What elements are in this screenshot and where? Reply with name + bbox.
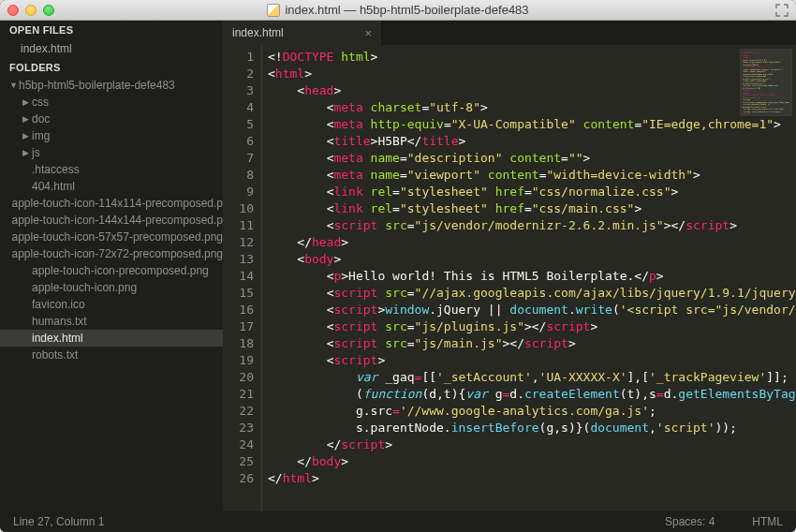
line-number[interactable]: 11: [223, 217, 254, 234]
code-line[interactable]: <link rel="stylesheet" href="css/main.cs…: [268, 200, 796, 217]
line-gutter[interactable]: 1234567891011121314151617181920212223242…: [223, 45, 262, 511]
tree-item-label: css: [32, 96, 49, 109]
line-number[interactable]: 17: [223, 318, 254, 335]
code-line[interactable]: </head>: [268, 234, 796, 251]
minimap[interactable]: <!DOCTYPE html><html> <head> <meta chars…: [740, 49, 792, 116]
tree-item-label: 404.html: [32, 180, 75, 193]
line-number[interactable]: 18: [223, 335, 254, 352]
line-number[interactable]: 22: [223, 403, 254, 420]
spacer: [22, 283, 32, 292]
editor[interactable]: 1234567891011121314151617181920212223242…: [223, 45, 796, 511]
code-line[interactable]: <title>H5BP</title>: [268, 133, 796, 150]
line-number[interactable]: 20: [223, 369, 254, 386]
code-line[interactable]: <body>: [268, 251, 796, 268]
open-files-header[interactable]: OPEN FILES: [0, 21, 223, 39]
code-line[interactable]: <p>Hello world! This is HTML5 Boilerplat…: [268, 268, 796, 285]
line-number[interactable]: 15: [223, 285, 254, 302]
line-number[interactable]: 12: [223, 234, 254, 251]
open-file-item[interactable]: index.html: [0, 39, 223, 58]
minimize-icon[interactable]: [25, 5, 37, 16]
file-item[interactable]: apple-touch-icon-114x114-precomposed.png: [0, 195, 223, 212]
file-item[interactable]: apple-touch-icon.png: [0, 279, 223, 296]
code-line[interactable]: <meta http-equiv="X-UA-Compatible" conte…: [268, 116, 796, 133]
main: index.html × 123456789101112131415161718…: [223, 21, 796, 511]
code-line[interactable]: <script>window.jQuery || document.write(…: [268, 302, 796, 318]
folder-item[interactable]: ▶css: [0, 94, 223, 111]
line-number[interactable]: 26: [223, 470, 254, 487]
file-item[interactable]: index.html: [0, 330, 223, 347]
file-item[interactable]: apple-touch-icon-72x72-precomposed.png: [0, 245, 223, 262]
code-line[interactable]: <script>: [268, 352, 796, 369]
code-line[interactable]: <head>: [268, 82, 796, 99]
code-line[interactable]: <script src="js/vendor/modernizr-2.6.2.m…: [268, 217, 796, 234]
line-number[interactable]: 1: [223, 49, 254, 66]
tree-item-label: humans.txt: [32, 315, 87, 328]
code-line[interactable]: <meta name="description" content="">: [268, 150, 796, 167]
fullscreen-icon[interactable]: [775, 4, 789, 17]
code-line[interactable]: var _gaq=[['_setAccount','UA-XXXXX-X'],[…: [268, 369, 796, 386]
folder-item[interactable]: ▼h5bp-html5-boilerplate-defe483: [0, 77, 223, 94]
line-number[interactable]: 5: [223, 116, 254, 133]
file-item[interactable]: favicon.ico: [0, 296, 223, 313]
close-icon[interactable]: [7, 5, 19, 16]
code-line[interactable]: </html>: [268, 470, 796, 487]
chevron-down-icon: ▼: [9, 81, 19, 90]
file-item[interactable]: apple-touch-icon-precomposed.png: [0, 262, 223, 279]
line-number[interactable]: 3: [223, 82, 254, 99]
tree-item-label: img: [32, 129, 50, 142]
folders-header[interactable]: FOLDERS: [0, 58, 223, 77]
line-number[interactable]: 6: [223, 133, 254, 150]
tab-bar[interactable]: index.html ×: [223, 21, 796, 45]
file-item[interactable]: apple-touch-icon-57x57-precomposed.png: [0, 229, 223, 245]
tab-index-html[interactable]: index.html ×: [223, 21, 382, 45]
file-item[interactable]: humans.txt: [0, 313, 223, 330]
code-line[interactable]: (function(d,t){var g=d.createElement(t),…: [268, 386, 796, 403]
line-number[interactable]: 16: [223, 302, 254, 318]
code-line[interactable]: </body>: [268, 453, 796, 470]
sidebar: OPEN FILES index.html FOLDERS ▼h5bp-html…: [0, 21, 223, 511]
line-number[interactable]: 14: [223, 268, 254, 285]
spacer: [22, 266, 32, 275]
code-line[interactable]: </script>: [268, 436, 796, 453]
file-item[interactable]: .htaccess: [0, 161, 223, 178]
maximize-icon[interactable]: [43, 5, 54, 16]
code-line[interactable]: <meta name="viewport" content="width=dev…: [268, 167, 796, 184]
line-number[interactable]: 8: [223, 167, 254, 184]
tree-item-label: favicon.ico: [32, 298, 85, 311]
line-number[interactable]: 21: [223, 386, 254, 403]
line-number[interactable]: 10: [223, 200, 254, 217]
code-line[interactable]: <script src="js/plugins.js"></script>: [268, 318, 796, 335]
file-item[interactable]: apple-touch-icon-144x144-precomposed.png: [0, 212, 223, 229]
line-number[interactable]: 23: [223, 420, 254, 436]
line-number[interactable]: 9: [223, 184, 254, 200]
syntax-status[interactable]: HTML: [752, 515, 783, 528]
code-line[interactable]: s.parentNode.insertBefore(g,s)}(document…: [268, 420, 796, 436]
line-number[interactable]: 25: [223, 453, 254, 470]
file-item[interactable]: robots.txt: [0, 347, 223, 363]
file-item[interactable]: 404.html: [0, 178, 223, 195]
cursor-position[interactable]: Line 27, Column 1: [13, 515, 665, 528]
body: OPEN FILES index.html FOLDERS ▼h5bp-html…: [0, 21, 796, 511]
line-number[interactable]: 24: [223, 436, 254, 453]
code-line[interactable]: <html>: [268, 66, 796, 82]
line-number[interactable]: 19: [223, 352, 254, 369]
titlebar[interactable]: index.html — h5bp-html5-boilerplate-defe…: [0, 0, 796, 21]
line-number[interactable]: 7: [223, 150, 254, 167]
line-number[interactable]: 2: [223, 66, 254, 82]
close-icon[interactable]: ×: [364, 26, 372, 40]
file-icon: [267, 4, 280, 17]
code-line[interactable]: <script src="js/main.js"></script>: [268, 335, 796, 352]
code-line[interactable]: <!DOCTYPE html>: [268, 49, 796, 66]
code-line[interactable]: <link rel="stylesheet" href="css/normali…: [268, 184, 796, 200]
folder-item[interactable]: ▶img: [0, 127, 223, 144]
code-line[interactable]: <script src="//ajax.googleapis.com/ajax/…: [268, 285, 796, 302]
code-line[interactable]: g.src='//www.google-analytics.com/ga.js'…: [268, 403, 796, 420]
folder-item[interactable]: ▶doc: [0, 111, 223, 127]
code-area[interactable]: <!DOCTYPE html><html> <head> <meta chars…: [262, 45, 796, 511]
tree-item-label: apple-touch-icon-114x114-precomposed.png: [12, 197, 223, 210]
indent-status[interactable]: Spaces: 4: [665, 515, 715, 528]
line-number[interactable]: 13: [223, 251, 254, 268]
code-line[interactable]: <meta charset="utf-8">: [268, 99, 796, 116]
folder-item[interactable]: ▶js: [0, 144, 223, 161]
line-number[interactable]: 4: [223, 99, 254, 116]
